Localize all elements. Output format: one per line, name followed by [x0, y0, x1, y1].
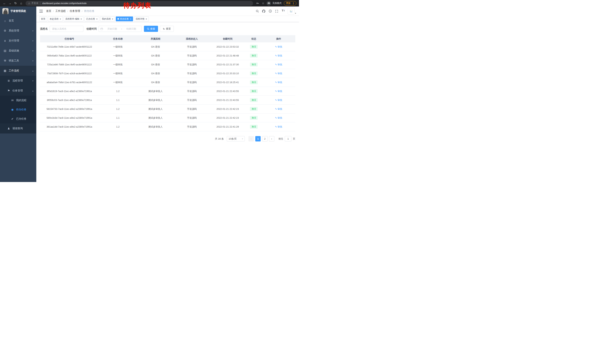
page-number-1[interactable]: 1 — [255, 136, 261, 141]
tab-process-detail[interactable]: 流程详情× — [134, 16, 149, 21]
chevron-down-icon: ▾ — [33, 50, 33, 52]
action-cell: ✎审批 — [262, 45, 295, 49]
column-header: 操作 — [262, 37, 295, 40]
sidebar-item-my-process[interactable]: ✉我的流程 — [0, 96, 36, 105]
close-icon[interactable]: × — [130, 18, 131, 20]
filter-bar: 流程名 创建时间 开始日期 - 结束日期 搜索 — [40, 26, 295, 32]
process-name-input[interactable] — [50, 26, 83, 32]
approve-link[interactable]: ✎审批 — [275, 54, 282, 57]
column-header: 任务名称 — [99, 37, 137, 40]
chevron-down-icon: ▾ — [33, 60, 33, 62]
close-icon[interactable]: × — [81, 18, 82, 20]
approve-link[interactable]: ✎审批 — [275, 72, 282, 75]
approve-link[interactable]: ✎审批 — [275, 107, 282, 111]
url-bar[interactable]: ⚠ 不安全 dashboard.yudao.iocoder.cn/bpm/tas… — [25, 1, 253, 6]
task-name: 一级审批 — [99, 72, 137, 75]
sidebar-item-home[interactable]: ⌂首页 — [0, 16, 36, 26]
approve-link[interactable]: ✎审批 — [275, 45, 282, 49]
github-icon[interactable] — [262, 9, 266, 13]
app-title: 芋道管理系统 — [10, 9, 26, 13]
page-size-select[interactable]: 10条/页 ▾ — [227, 136, 245, 141]
screen: ← → ↻ ⌂ ⚠ 不安全 dashboard.yudao.iocoder.cn… — [0, 0, 299, 182]
tab-label: 我的流程 — [102, 17, 111, 21]
task-id: 75d72608-7b7f-11ec-a3c8-acde48001122 — [40, 72, 99, 75]
monitor-icon: ▤ — [3, 49, 7, 52]
forward-icon[interactable]: → — [8, 1, 13, 6]
next-page-button[interactable]: › — [269, 136, 274, 141]
tab-todo-task[interactable]: 待办任务× — [116, 16, 133, 21]
more-menu-icon[interactable]: ⋮ — [291, 2, 295, 5]
sidebar-fold-icon[interactable] — [39, 10, 43, 13]
chevron-up-icon: ▴ — [33, 70, 33, 72]
sidebar-item-task-management[interactable]: ⚑任务管理▴ — [0, 86, 36, 96]
bookmark-star-icon[interactable]: ☆ — [262, 2, 264, 5]
date-range-picker[interactable]: 开始日期 - 结束日期 — [99, 26, 141, 32]
status-cell: 激活 — [245, 80, 262, 84]
edit-icon: ✎ — [275, 126, 277, 128]
reset-button[interactable]: ↻ 重置 — [160, 26, 174, 32]
status-cell: 激活 — [245, 125, 262, 129]
close-icon[interactable]: × — [96, 18, 98, 20]
close-icon[interactable]: × — [112, 18, 113, 20]
home-icon[interactable]: ⌂ — [18, 1, 24, 6]
close-icon[interactable]: × — [146, 18, 147, 20]
chevron-down-icon: ▾ — [33, 80, 33, 82]
process-name: OA 请假 — [137, 72, 174, 75]
status-cell: 激活 — [245, 98, 262, 102]
table-row: 58154733-7ac8-11ec-a9e2-a2380e71991a1.2测… — [40, 105, 295, 113]
approve-link[interactable]: ✎审批 — [275, 90, 282, 93]
sidebar-item-system-management[interactable]: ⚙系统管理▾ — [0, 26, 36, 36]
sidebar-item-done-task[interactable]: ✔已办任务 — [0, 114, 36, 123]
breadcrumb-item[interactable]: 首页 — [46, 9, 51, 13]
chevron-down-icon: ▾ — [242, 138, 243, 140]
tab-start-process[interactable]: 发起流程× — [48, 16, 63, 21]
sidebar-item-dev-tools[interactable]: ⚒研发工具▾ — [0, 56, 36, 66]
breadcrumb-separator: / — [67, 10, 68, 13]
font-size-icon[interactable]: TT — [281, 9, 285, 13]
security-label: 不安全 — [32, 2, 39, 5]
reload-icon[interactable]: ↻ — [13, 1, 18, 6]
task-id: 069c6a63-7b8a-11ec-8ef0-acde48001122 — [40, 54, 99, 57]
sidebar-item-leave-query[interactable]: ♟请假查询 — [0, 123, 36, 133]
process-name: OA 请假 — [137, 81, 174, 84]
sidebar-item-todo-task[interactable]: ◉待办任务 — [0, 105, 36, 114]
search-button[interactable]: 搜索 — [144, 26, 158, 32]
approve-link[interactable]: ✎审批 — [275, 116, 282, 120]
approve-link[interactable]: ✎审批 — [275, 81, 282, 84]
close-icon[interactable]: × — [60, 18, 61, 20]
action-cell: ✎审批 — [262, 54, 295, 57]
sidebar-item-infrastructure[interactable]: ▤基础设施▾ — [0, 46, 36, 56]
tab-home[interactable]: 首页 — [39, 16, 47, 21]
sidebar-item-workflow[interactable]: ▦工作流程▴ — [0, 66, 36, 76]
tab-my-process[interactable]: 我的流程× — [100, 16, 115, 21]
chrome-update-button[interactable]: 更新 ⋮ — [284, 1, 296, 6]
goto-page-input[interactable] — [285, 136, 291, 141]
back-icon[interactable]: ← — [2, 1, 7, 6]
process-initiator: 芋道源码 — [174, 45, 210, 49]
prev-page-button[interactable]: ‹ — [249, 136, 254, 141]
process-initiator: 芋道源码 — [174, 125, 210, 129]
help-icon[interactable]: ? — [268, 9, 272, 13]
tab-done-task[interactable]: 已办任务× — [84, 16, 99, 21]
user-menu[interactable]: ▾ — [288, 8, 296, 15]
approve-link[interactable]: ✎审批 — [275, 98, 282, 102]
breadcrumb-item[interactable]: 任务管理 — [70, 9, 80, 13]
sidebar-item-process-management[interactable]: ≣流程管理▾ — [0, 76, 36, 86]
range-separator: - — [121, 27, 122, 30]
sidebar-item-label: 系统管理 — [9, 29, 31, 32]
process-name-label: 流程名 — [40, 27, 48, 31]
tab-label: 流程表单-编辑 — [65, 17, 79, 21]
fullscreen-icon[interactable] — [275, 9, 279, 13]
approve-link[interactable]: ✎审批 — [275, 125, 282, 129]
edit-icon: ✎ — [275, 72, 277, 75]
task-id: 58154733-7ac8-11ec-a9e2-a2380e71991a — [40, 108, 99, 110]
sidebar-item-payment-management[interactable]: ¥支付管理▾ — [0, 36, 36, 46]
tab-form-edit[interactable]: 流程表单-编辑× — [64, 16, 84, 21]
approve-link[interactable]: ✎审批 — [275, 63, 282, 66]
search-icon[interactable] — [255, 9, 259, 13]
tab-label: 发起流程 — [50, 17, 58, 21]
password-key-icon[interactable] — [256, 1, 260, 6]
breadcrumb-item[interactable]: 工作流程 — [55, 9, 66, 13]
page-number-2[interactable]: 2 — [262, 136, 267, 141]
create-time: 2022-01-22 18:25:41 — [210, 81, 245, 84]
